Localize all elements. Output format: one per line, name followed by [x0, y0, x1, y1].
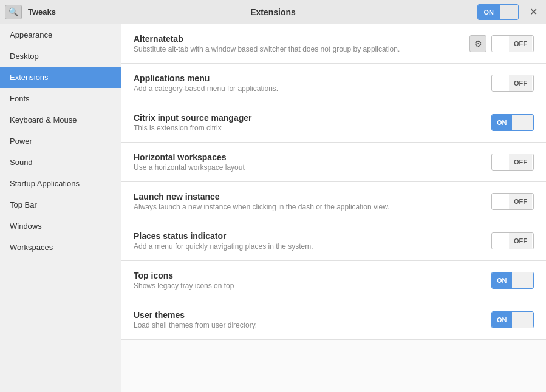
extension-name: Top icons — [134, 271, 484, 280]
extension-toggle[interactable]: ON — [491, 311, 534, 328]
toggle-on-area — [492, 75, 509, 91]
extension-info: Citrix input source mangagerThis is exte… — [134, 113, 484, 132]
toggle-off-area — [512, 312, 534, 328]
extension-controls: ON — [491, 311, 534, 328]
extension-info: Applications menuAdd a category-based me… — [134, 73, 484, 93]
app-name: Tweaks — [28, 7, 56, 16]
extension-name: Alternatetab — [134, 34, 462, 44]
extension-name: Applications menu — [134, 73, 484, 83]
sidebar-item-top-bar[interactable]: Top Bar — [0, 194, 121, 215]
toggle-off-area — [500, 5, 518, 19]
extension-row: Citrix input source mangagerThis is exte… — [121, 103, 546, 143]
settings-button[interactable]: ⚙ — [469, 35, 486, 52]
extension-desc: This is extension from citrix — [134, 124, 484, 132]
page-title: Extensions — [250, 7, 296, 17]
sidebar-item-power[interactable]: Power — [0, 130, 121, 152]
extension-desc: Substitute alt-tab with a window based s… — [134, 45, 462, 53]
extension-name: User themes — [134, 310, 484, 320]
extension-info: Horizontal workspacesUse a horizontal wo… — [134, 152, 484, 172]
extension-info: User themesLoad shell themes from user d… — [134, 310, 484, 329]
search-icon: 🔍 — [9, 7, 18, 16]
sidebar: AppearanceDesktopExtensionsFontsKeyboard… — [0, 24, 121, 392]
extension-desc: Always launch a new instance when clicki… — [134, 203, 484, 211]
extension-name: Places status indicator — [134, 231, 484, 241]
toggle-on-label: ON — [478, 5, 500, 19]
extension-controls: OFF — [491, 193, 534, 210]
extension-row: Top iconsShows legacy tray icons on topO… — [121, 261, 546, 300]
extension-controls: ON — [491, 114, 534, 131]
extension-toggle[interactable]: ON — [491, 272, 534, 289]
extension-toggle[interactable]: ON — [491, 114, 534, 131]
extension-row: AlternatetabSubstitute alt-tab with a wi… — [121, 24, 546, 64]
extension-row: Applications menuAdd a category-based me… — [121, 64, 546, 103]
global-toggle[interactable]: ON — [477, 4, 519, 20]
search-button[interactable]: 🔍 — [5, 5, 22, 19]
extension-controls: OFF — [491, 75, 534, 92]
toggle-off-area — [512, 115, 534, 130]
toggle-off-label: OFF — [509, 194, 532, 209]
sidebar-item-workspaces[interactable]: Workspaces — [0, 237, 121, 258]
toggle-off-label: OFF — [509, 75, 532, 91]
extension-name: Launch new instance — [134, 192, 484, 201]
toggle-on-label: ON — [492, 312, 512, 328]
extension-info: Top iconsShows legacy tray icons on top — [134, 271, 484, 290]
toggle-off-label: OFF — [509, 154, 532, 170]
extension-name: Horizontal workspaces — [134, 152, 484, 162]
toggle-on-label: ON — [492, 272, 512, 288]
main-layout: AppearanceDesktopExtensionsFontsKeyboard… — [0, 24, 546, 392]
toggle-off-label: OFF — [509, 233, 532, 249]
titlebar: 🔍 Tweaks Extensions ON ✕ — [0, 0, 546, 24]
toggle-on-area — [492, 233, 509, 249]
extension-controls: ⚙OFF — [469, 35, 534, 52]
extension-row: Places status indicatorAdd a menu for qu… — [121, 221, 546, 261]
extension-toggle[interactable]: OFF — [491, 232, 534, 249]
sidebar-item-startup-applications[interactable]: Startup Applications — [0, 173, 121, 194]
toggle-on-label: ON — [492, 115, 512, 130]
extension-toggle[interactable]: OFF — [491, 75, 534, 92]
sidebar-item-sound[interactable]: Sound — [0, 152, 121, 173]
content-area: AlternatetabSubstitute alt-tab with a wi… — [121, 24, 546, 392]
toggle-on-area — [492, 154, 509, 170]
extension-info: Places status indicatorAdd a menu for qu… — [134, 231, 484, 251]
sidebar-item-extensions[interactable]: Extensions — [0, 67, 121, 88]
extension-toggle[interactable]: OFF — [491, 193, 534, 210]
titlebar-right: ON ✕ — [477, 4, 542, 20]
extension-desc: Add a menu for quickly navigating places… — [134, 242, 484, 251]
extension-row: Horizontal workspacesUse a horizontal wo… — [121, 143, 546, 182]
toggle-off-area — [512, 272, 534, 288]
sidebar-item-desktop[interactable]: Desktop — [0, 46, 121, 67]
extension-controls: OFF — [491, 154, 534, 171]
extension-row: Launch new instanceAlways launch a new i… — [121, 182, 546, 221]
extension-desc: Shows legacy tray icons on top — [134, 282, 484, 290]
extension-desc: Use a horizontal workspace layout — [134, 163, 484, 172]
toggle-off-label: OFF — [509, 36, 532, 52]
extension-controls: OFF — [491, 232, 534, 249]
extension-row: User themesLoad shell themes from user d… — [121, 300, 546, 340]
extension-name: Citrix input source mangager — [134, 113, 484, 123]
toggle-on-area — [492, 194, 509, 209]
extension-toggle[interactable]: OFF — [491, 35, 534, 52]
toggle-on-area — [492, 36, 509, 52]
extension-toggle[interactable]: OFF — [491, 154, 534, 171]
extension-controls: ON — [491, 272, 534, 289]
close-button[interactable]: ✕ — [526, 5, 541, 19]
extension-info: AlternatetabSubstitute alt-tab with a wi… — [134, 34, 462, 53]
extension-info: Launch new instanceAlways launch a new i… — [134, 192, 484, 211]
sidebar-item-windows[interactable]: Windows — [0, 215, 121, 237]
sidebar-item-fonts[interactable]: Fonts — [0, 88, 121, 109]
sidebar-item-appearance[interactable]: Appearance — [0, 24, 121, 46]
extension-desc: Add a category-based menu for applicatio… — [134, 84, 484, 93]
extension-desc: Load shell themes from user directory. — [134, 321, 484, 329]
sidebar-item-keyboard-mouse[interactable]: Keyboard & Mouse — [0, 109, 121, 130]
